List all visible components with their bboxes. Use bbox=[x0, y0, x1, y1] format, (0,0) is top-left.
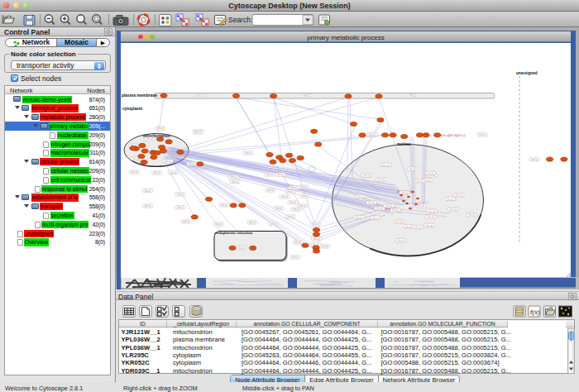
svg-text:unassigned: unassigned bbox=[516, 71, 538, 75]
svg-text:[mt-a]: [mt-a] bbox=[232, 180, 238, 184]
svg-text:endoplasmic reticulum: endoplasmic reticulum bbox=[215, 231, 253, 235]
svg-text:[nc-a]: [nc-a] bbox=[468, 213, 475, 217]
svg-text:[nc-a]: [nc-a] bbox=[376, 207, 383, 210]
svg-text:[mt-a]: [mt-a] bbox=[221, 203, 227, 207]
svg-text:[mt-a]: [mt-a] bbox=[409, 94, 416, 98]
svg-text:[mt-a]: [mt-a] bbox=[266, 173, 273, 176]
svg-text:[nc-a]: [nc-a] bbox=[417, 179, 423, 183]
svg-text:[nc-a]: [nc-a] bbox=[364, 174, 371, 177]
svg-text:[nc-a]: [nc-a] bbox=[383, 164, 390, 167]
svg-text:[nc-a]: [nc-a] bbox=[368, 201, 375, 204]
svg-text:[mt-a]: [mt-a] bbox=[132, 157, 139, 160]
svg-text:[nc-a]: [nc-a] bbox=[372, 217, 379, 220]
svg-text:[mt-a]: [mt-a] bbox=[177, 193, 184, 196]
svg-text:f(x): f(x) bbox=[530, 308, 540, 316]
svg-text:[mt-a]: [mt-a] bbox=[170, 171, 176, 174]
svg-text:[mt-a]: [mt-a] bbox=[165, 160, 171, 163]
svg-text:nucleus: nucleus bbox=[397, 142, 412, 146]
svg-text:[nc-a]: [nc-a] bbox=[447, 198, 453, 201]
svg-text:[mt-a]: [mt-a] bbox=[275, 207, 282, 210]
svg-text:Search:: Search: bbox=[228, 16, 252, 24]
svg-text:plasma membrane: plasma membrane bbox=[122, 93, 157, 98]
svg-text:[nc-a]: [nc-a] bbox=[378, 178, 385, 181]
svg-text:[nc-a]: [nc-a] bbox=[450, 208, 457, 211]
svg-text:[nc-a]: [nc-a] bbox=[401, 191, 408, 194]
svg-text:[nc-a]: [nc-a] bbox=[392, 208, 399, 212]
svg-text:[mt-a]: [mt-a] bbox=[290, 201, 296, 204]
svg-text:[mt-a]: [mt-a] bbox=[300, 185, 307, 189]
svg-text:[nc-a]: [nc-a] bbox=[418, 204, 424, 208]
svg-text:[mt-a]: [mt-a] bbox=[292, 256, 299, 259]
svg-text:[mt-a]: [mt-a] bbox=[369, 133, 376, 136]
svg-text:[mt-a]: [mt-a] bbox=[157, 127, 164, 130]
svg-text:[mt-a]: [mt-a] bbox=[287, 215, 294, 218]
svg-text:[mt-a]: [mt-a] bbox=[189, 162, 195, 165]
svg-text:[mt-a]: [mt-a] bbox=[270, 222, 277, 226]
svg-text:[mt-a]: [mt-a] bbox=[197, 94, 203, 98]
svg-text:cytoplasm: cytoplasm bbox=[122, 107, 143, 111]
svg-text:[mt-a]: [mt-a] bbox=[287, 190, 294, 194]
svg-text:[nc-a]: [nc-a] bbox=[405, 225, 412, 228]
svg-text:[mt-a]: [mt-a] bbox=[177, 206, 184, 209]
svg-text:[mt-a]: [mt-a] bbox=[281, 195, 288, 198]
svg-text:[mt-a]: [mt-a] bbox=[290, 186, 297, 189]
svg-text:[nc-a]: [nc-a] bbox=[415, 226, 422, 229]
svg-text:[mt-a]: [mt-a] bbox=[294, 241, 301, 244]
svg-text:[mt-a]: [mt-a] bbox=[312, 222, 318, 226]
svg-text:[nc-a]: [nc-a] bbox=[426, 224, 433, 227]
svg-text:[mt-a]: [mt-a] bbox=[131, 170, 137, 174]
svg-text:[mt-a]: [mt-a] bbox=[249, 221, 256, 224]
svg-text:[mt-a]: [mt-a] bbox=[293, 208, 299, 211]
svg-text:[mt-a]: [mt-a] bbox=[183, 220, 189, 223]
svg-text:[nc-a]: [nc-a] bbox=[357, 195, 364, 198]
svg-text:[nc-a]: [nc-a] bbox=[428, 215, 434, 218]
svg-text:[GO-a][GO-b][GO-c]: [GO-a][GO-b][GO-c] bbox=[441, 134, 466, 137]
svg-text:[mt-a]: [mt-a] bbox=[238, 246, 245, 250]
svg-text:[mt-a]: [mt-a] bbox=[194, 131, 201, 134]
svg-text:[nc-a]: [nc-a] bbox=[456, 194, 462, 197]
svg-text:[mt-a]: [mt-a] bbox=[230, 175, 237, 179]
svg-text:[nc-a]: [nc-a] bbox=[385, 204, 392, 208]
svg-text:[mt-a]: [mt-a] bbox=[245, 151, 251, 155]
svg-text:[mt-a]: [mt-a] bbox=[277, 173, 284, 176]
svg-text:[mt-a]: [mt-a] bbox=[322, 245, 328, 248]
svg-text:[nc-a]: [nc-a] bbox=[396, 220, 403, 223]
svg-text:[mt-a]: [mt-a] bbox=[145, 204, 151, 208]
svg-text:[mt-a]: [mt-a] bbox=[531, 158, 538, 161]
svg-text:[mt-a]: [mt-a] bbox=[313, 237, 320, 241]
svg-text:[mt-a]: [mt-a] bbox=[302, 194, 309, 198]
svg-text:[mt-a]: [mt-a] bbox=[145, 189, 151, 193]
svg-text:[mt-a]: [mt-a] bbox=[304, 94, 310, 98]
svg-text:[mt-a]: [mt-a] bbox=[153, 171, 160, 174]
svg-text:[nc-a]: [nc-a] bbox=[427, 172, 433, 175]
svg-text:[nc-a]: [nc-a] bbox=[428, 210, 435, 213]
svg-text:[nc-a]: [nc-a] bbox=[356, 216, 362, 219]
svg-text:[mt-a]: [mt-a] bbox=[479, 133, 486, 136]
svg-text:[nc-a]: [nc-a] bbox=[398, 239, 404, 242]
svg-text:[nc-a]: [nc-a] bbox=[409, 167, 416, 170]
svg-text:[mt-a]: [mt-a] bbox=[146, 137, 153, 141]
svg-text:[mt-a]: [mt-a] bbox=[267, 189, 274, 192]
svg-text:[mt-a]: [mt-a] bbox=[215, 222, 222, 226]
